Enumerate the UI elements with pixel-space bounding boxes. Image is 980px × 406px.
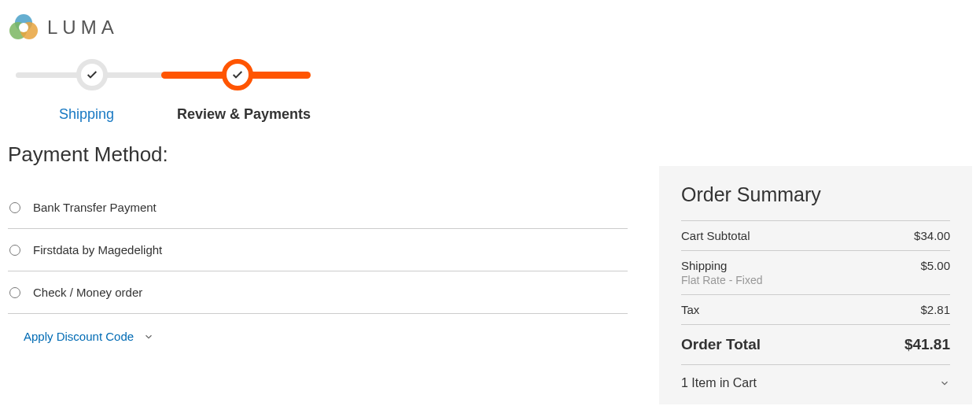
payment-radio[interactable]: [9, 287, 20, 298]
step-shipping-label[interactable]: Shipping: [8, 106, 165, 123]
cart-items-toggle[interactable]: 1 Item in Cart: [681, 364, 950, 390]
summary-subtotal-label: Cart Subtotal: [681, 229, 750, 242]
chevron-down-icon: [939, 378, 950, 389]
summary-subtotal-row: Cart Subtotal $34.00: [681, 220, 950, 250]
summary-shipping-value: $5.00: [920, 259, 950, 272]
summary-tax-value: $2.81: [920, 303, 950, 316]
step-labels: Shipping Review & Payments: [8, 106, 322, 123]
payment-method-list: Bank Transfer Payment Firstdata by Maged…: [8, 186, 628, 314]
apply-discount-toggle[interactable]: Apply Discount Code: [8, 314, 628, 343]
chevron-down-icon: [143, 331, 154, 342]
payment-option-firstdata[interactable]: Firstdata by Magedelight: [8, 229, 628, 271]
order-summary-panel: Order Summary Cart Subtotal $34.00 Shipp…: [659, 166, 972, 404]
logo-icon: [8, 12, 39, 43]
step-shipping-circle[interactable]: [76, 59, 108, 90]
payment-label[interactable]: Firstdata by Magedelight: [33, 243, 162, 257]
summary-shipping-row: Shipping Flat Rate - Fixed $5.00: [681, 250, 950, 294]
logo-text: LUMA: [47, 17, 119, 39]
svg-point-3: [19, 23, 28, 32]
summary-shipping-sub: Flat Rate - Fixed: [681, 274, 762, 286]
payment-option-bank-transfer[interactable]: Bank Transfer Payment: [8, 186, 628, 229]
payment-radio[interactable]: [9, 202, 20, 213]
step-review-circle[interactable]: [222, 59, 253, 90]
summary-tax-row: Tax $2.81: [681, 294, 950, 324]
summary-shipping-label: Shipping: [681, 259, 762, 272]
payment-option-check-money-order[interactable]: Check / Money order: [8, 271, 628, 314]
payment-radio[interactable]: [9, 245, 20, 256]
check-icon: [231, 68, 244, 81]
cart-items-label: 1 Item in Cart: [681, 376, 757, 390]
summary-total-value: $41.81: [904, 336, 950, 353]
summary-total-row: Order Total $41.81: [681, 324, 950, 364]
payment-label[interactable]: Bank Transfer Payment: [33, 201, 157, 214]
discount-link-text: Apply Discount Code: [24, 330, 134, 343]
checkout-progress: [8, 59, 322, 90]
logo[interactable]: LUMA: [8, 12, 972, 43]
step-review-label: Review & Payments: [165, 106, 322, 123]
order-summary-title: Order Summary: [681, 183, 950, 206]
check-icon: [86, 68, 98, 81]
summary-total-label: Order Total: [681, 336, 761, 353]
summary-tax-label: Tax: [681, 303, 699, 316]
payment-label[interactable]: Check / Money order: [33, 286, 142, 299]
summary-subtotal-value: $34.00: [914, 229, 950, 242]
payment-method-title: Payment Method:: [8, 142, 628, 167]
